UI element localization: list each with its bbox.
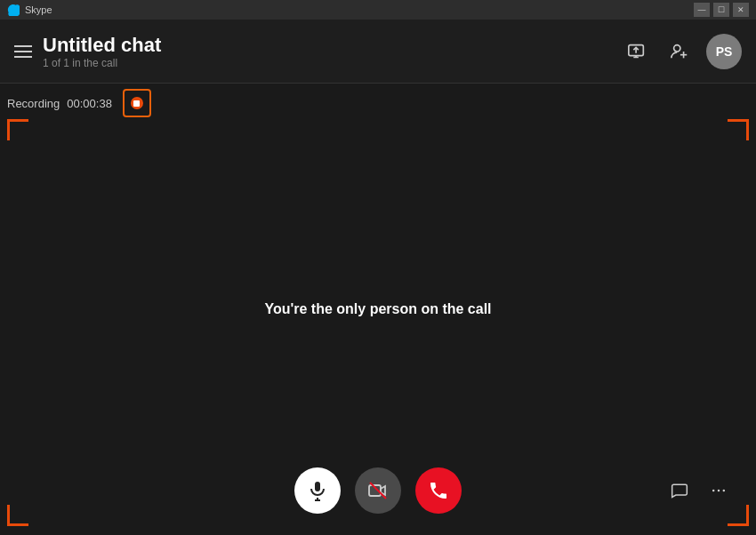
corner-bracket-tl bbox=[7, 119, 28, 140]
title-bar-left: Skype bbox=[7, 4, 52, 16]
maximize-button[interactable]: ☐ bbox=[713, 3, 729, 17]
header: Untitled chat 1 of 1 in the call bbox=[0, 20, 756, 84]
minimize-button[interactable]: — bbox=[694, 3, 710, 17]
chat-title: Untitled chat bbox=[43, 34, 161, 57]
screen-share-button[interactable] bbox=[621, 36, 653, 68]
end-call-button[interactable] bbox=[415, 467, 462, 514]
recording-label: Recording bbox=[7, 97, 60, 110]
end-call-icon bbox=[428, 480, 449, 501]
title-bar-title: Skype bbox=[25, 4, 52, 15]
stop-recording-button[interactable] bbox=[123, 89, 151, 117]
video-icon bbox=[367, 480, 389, 501]
call-area: Recording 00:00:38 You're the only perso… bbox=[0, 84, 756, 535]
stop-recording-icon bbox=[131, 97, 143, 109]
extra-controls bbox=[664, 475, 735, 507]
svg-point-12 bbox=[712, 490, 715, 492]
corner-bracket-tr bbox=[728, 119, 749, 140]
more-options-icon bbox=[710, 482, 728, 499]
add-participant-button[interactable] bbox=[664, 36, 696, 68]
svg-point-13 bbox=[718, 490, 720, 492]
svg-rect-7 bbox=[315, 482, 320, 491]
skype-icon bbox=[7, 4, 20, 16]
app-container: Untitled chat 1 of 1 in the call bbox=[0, 20, 756, 535]
screen-share-icon bbox=[627, 42, 647, 61]
microphone-icon bbox=[307, 480, 328, 501]
recording-timer: 00:00:38 bbox=[67, 97, 112, 110]
title-bar: Skype — ☐ ✕ bbox=[0, 0, 756, 20]
call-count: 1 of 1 in the call bbox=[43, 57, 161, 69]
mute-button[interactable] bbox=[294, 467, 341, 514]
avatar[interactable]: PS bbox=[706, 34, 742, 69]
call-message: You're the only person on the call bbox=[264, 301, 491, 317]
chat-panel-button[interactable] bbox=[664, 475, 696, 507]
video-button[interactable] bbox=[355, 467, 401, 514]
header-right: PS bbox=[621, 34, 742, 69]
recording-bar: Recording 00:00:38 bbox=[0, 84, 158, 123]
svg-point-4 bbox=[674, 44, 680, 51]
header-left: Untitled chat 1 of 1 in the call bbox=[14, 34, 621, 69]
add-participant-icon bbox=[670, 42, 689, 61]
menu-icon[interactable] bbox=[14, 45, 32, 58]
chat-icon bbox=[671, 482, 688, 499]
close-button[interactable]: ✕ bbox=[733, 3, 749, 17]
title-bar-controls: — ☐ ✕ bbox=[694, 3, 749, 17]
svg-point-14 bbox=[723, 490, 726, 492]
call-controls bbox=[0, 467, 756, 514]
header-title-block: Untitled chat 1 of 1 in the call bbox=[43, 34, 161, 69]
more-options-button[interactable] bbox=[703, 475, 735, 507]
